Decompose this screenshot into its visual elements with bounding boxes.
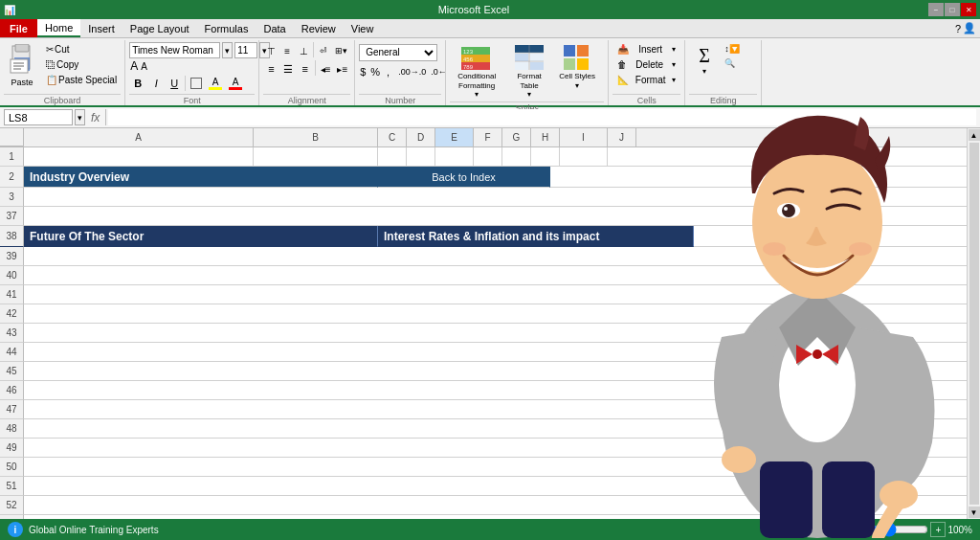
cell-37a[interactable] (24, 207, 967, 226)
insert-button[interactable]: 📥Insert▾ (612, 42, 680, 56)
borders-button[interactable] (188, 77, 205, 90)
top-align-btn[interactable]: ⊤ (263, 42, 278, 59)
col-header-e[interactable]: E (435, 128, 474, 146)
svg-text:123: 123 (463, 49, 474, 55)
menu-data[interactable]: Data (256, 19, 293, 37)
conditional-formatting-button[interactable]: 123 456 789 Conditional Formatting ▾ (450, 42, 503, 101)
col-header-i[interactable]: I (560, 128, 608, 146)
cell-2a[interactable]: Industry Overview (24, 167, 378, 188)
cell-38a[interactable]: Future Of The Sector (24, 226, 378, 247)
delete-button[interactable]: 🗑Delete▾ (612, 57, 680, 72)
col-header-d[interactable]: D (407, 128, 435, 146)
cell-1i[interactable] (560, 147, 608, 167)
cell-3a[interactable] (24, 188, 967, 207)
align-right-btn[interactable]: ≡ (297, 60, 313, 78)
cell-1f[interactable] (474, 147, 502, 167)
find-select-button[interactable]: 🔍 (722, 56, 743, 70)
sort-filter-button[interactable]: ↕🔽 (722, 42, 743, 56)
zoom-in-btn[interactable]: + (930, 522, 946, 537)
scroll-down-btn[interactable]: ▼ (969, 506, 980, 518)
increase-indent-btn[interactable]: ▸≡ (335, 60, 351, 78)
col-header-g[interactable]: G (502, 128, 531, 146)
menu-home[interactable]: Home (37, 19, 80, 37)
cell-1c[interactable] (378, 147, 407, 167)
cell-1g[interactable] (502, 147, 531, 167)
maximize-btn[interactable]: □ (945, 3, 960, 16)
alignment-label: Alignment (263, 94, 350, 105)
clipboard-label: Clipboard (4, 94, 121, 105)
cell-1a[interactable] (24, 147, 254, 167)
percent-btn[interactable]: % (368, 63, 383, 80)
bold-button[interactable]: B (129, 75, 146, 92)
italic-button[interactable]: I (147, 75, 165, 92)
font-increase-icon[interactable]: A (129, 59, 139, 73)
file-tab[interactable]: File (0, 19, 37, 37)
minimize-btn[interactable]: − (928, 3, 944, 16)
copy-button[interactable]: ⿻Copy (42, 57, 121, 72)
wrap-text-btn[interactable]: ⏎ (316, 42, 331, 59)
menu-formulas[interactable]: Formulas (197, 19, 256, 37)
format-table-arrow[interactable]: ▾ (527, 90, 531, 99)
sum-button[interactable]: Σ ▾ (689, 42, 720, 94)
font-size-input[interactable] (234, 42, 257, 58)
help-icon[interactable]: ? (955, 23, 961, 34)
close-btn[interactable]: ✕ (961, 3, 976, 16)
styles-group: 123 456 789 Conditional Formatting ▾ (446, 40, 609, 105)
merge-btn[interactable]: ⊞▾ (332, 42, 350, 59)
increase-decimal-btn[interactable]: .00→.0 (396, 63, 428, 80)
menu-page-layout[interactable]: Page Layout (122, 19, 197, 37)
zoom-out-btn[interactable]: − (854, 522, 869, 537)
col-header-h[interactable]: H (531, 128, 560, 146)
svg-rect-17 (530, 62, 544, 70)
align-center-btn[interactable]: ☰ (280, 60, 297, 78)
col-header-a[interactable]: A (24, 128, 254, 146)
zoom-slider[interactable] (871, 526, 928, 533)
row-num-37: 37 (0, 207, 24, 226)
cell-1h[interactable] (531, 147, 560, 167)
col-header-b[interactable]: B (254, 128, 378, 146)
font-decrease-icon[interactable]: A (140, 61, 148, 72)
font-name-dropdown[interactable]: ▾ (222, 42, 233, 58)
font-color-button[interactable]: A (226, 76, 245, 91)
comma-btn[interactable]: , (384, 63, 392, 80)
table-row: 39 (0, 247, 967, 266)
bottom-align-btn[interactable]: ⊥ (296, 42, 311, 59)
cell-2e[interactable]: Back to Index (378, 167, 550, 188)
cell-styles-button[interactable]: Cell Styles ▾ (555, 42, 599, 93)
paste-button[interactable]: Paste (4, 40, 40, 90)
fill-color-button[interactable]: A (206, 76, 225, 91)
name-box-arrow[interactable]: ▾ (75, 109, 85, 125)
cell-38e[interactable]: Interest Rates & Inflation and its impac… (378, 226, 694, 247)
name-box[interactable] (4, 109, 73, 125)
vertical-scrollbar[interactable]: ▲ ▼ (967, 128, 980, 519)
formula-input[interactable] (108, 109, 976, 125)
menu-view[interactable]: View (344, 19, 382, 37)
decrease-indent-btn[interactable]: ◂≡ (318, 60, 334, 78)
cell-2rest[interactable] (550, 167, 967, 188)
conditional-formatting-arrow[interactable]: ▾ (475, 90, 479, 99)
format-cells-button[interactable]: 📐Format▾ (612, 73, 680, 87)
col-header-f[interactable]: F (474, 128, 502, 146)
cell-1j[interactable] (608, 147, 967, 167)
cell-styles-arrow[interactable]: ▾ (575, 81, 579, 90)
middle-align-btn[interactable]: ≡ (279, 42, 295, 59)
format-table-button[interactable]: Format Table ▾ (505, 42, 553, 101)
currency-btn[interactable]: $ (359, 63, 367, 80)
col-header-c[interactable]: C (378, 128, 407, 146)
zoom-controls: − + 100% (854, 522, 972, 537)
cut-button[interactable]: ✂Cut (42, 42, 121, 56)
cell-1e[interactable] (435, 147, 474, 167)
number-format-select[interactable]: General Number Currency Date Text (359, 44, 437, 61)
cell-1b[interactable] (254, 147, 378, 167)
paste-special-button[interactable]: 📋Paste Special (42, 73, 121, 87)
cell-1d[interactable] (407, 147, 435, 167)
scroll-up-btn[interactable]: ▲ (969, 129, 980, 141)
underline-button[interactable]: U (166, 75, 183, 92)
sum-arrow[interactable]: ▾ (702, 67, 706, 76)
menu-review[interactable]: Review (294, 19, 344, 37)
font-name-input[interactable] (129, 42, 220, 58)
cell-38rest[interactable] (694, 226, 967, 247)
align-left-btn[interactable]: ≡ (263, 60, 279, 78)
col-header-j[interactable]: J (608, 128, 636, 146)
menu-insert[interactable]: Insert (80, 19, 122, 37)
